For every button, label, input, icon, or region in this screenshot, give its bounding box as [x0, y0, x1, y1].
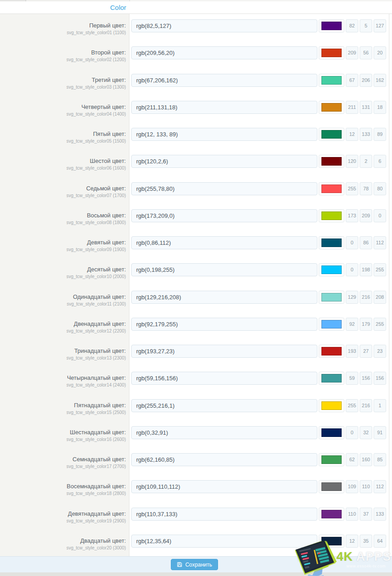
color-label-cell: Третий цвет: svg_tcw_style_color03 (1300…: [0, 68, 129, 95]
field-label: Восьмой цвет:: [0, 212, 126, 219]
red-value: 255: [346, 182, 358, 195]
field-code: svg_tcw_style_color04 (1400): [0, 111, 126, 117]
color-swatch-cell[interactable]: [319, 101, 344, 114]
green-value: 27: [360, 345, 372, 358]
field-code: svg_tcw_style_color01 (1100): [0, 30, 126, 36]
blue-value: 112: [374, 236, 386, 249]
blue-value: 91: [374, 426, 386, 439]
rgb-input[interactable]: [131, 155, 317, 168]
blue-value: 23: [374, 345, 386, 358]
color-label-cell: Четвертый цвет: svg_tcw_style_color04 (1…: [0, 95, 129, 122]
field-label: Четырналцатый цвет:: [0, 374, 126, 382]
rgb-input[interactable]: [131, 399, 317, 412]
color-swatch-cell[interactable]: [319, 345, 344, 358]
color-swatch-cell[interactable]: [319, 182, 344, 195]
blue-value: 64: [374, 535, 386, 548]
color-swatch-cell[interactable]: [319, 291, 344, 304]
color-swatch: [321, 76, 342, 85]
color-row: 92 179 255: [129, 312, 389, 339]
field-code: svg_tcw_style_color06 (1600): [0, 165, 126, 171]
color-row: 120 2 6: [129, 149, 389, 176]
red-value: 193: [346, 345, 358, 358]
save-button[interactable]: Сохранить: [171, 559, 218, 570]
field-code: svg_tcw_style_color12 (2200): [0, 328, 126, 334]
rgb-input[interactable]: [131, 101, 317, 114]
field-label: Первый цвет:: [0, 22, 126, 29]
color-swatch-cell[interactable]: [319, 155, 344, 168]
field-label: Двенадцатый цвет:: [0, 320, 126, 328]
red-value: 12: [346, 535, 358, 548]
rgb-input[interactable]: [131, 263, 317, 276]
form-footer: Сохранить: [0, 556, 392, 572]
color-row: 129 216 208: [129, 285, 389, 312]
color-swatch-cell[interactable]: [319, 372, 344, 385]
rgb-input[interactable]: [131, 46, 317, 59]
color-swatch: [321, 103, 342, 112]
color-swatch-cell[interactable]: [319, 46, 344, 59]
color-label-cell: Седьмой цвет: svg_tcw_style_color07 (170…: [0, 177, 129, 204]
rgb-input[interactable]: [131, 74, 317, 87]
color-swatch-cell[interactable]: [319, 318, 344, 331]
field-code: svg_tcw_style_color11 (2100): [0, 301, 126, 307]
tab-color[interactable]: Color: [110, 4, 126, 11]
color-row: 255 216 1: [129, 394, 389, 421]
rgb-input[interactable]: [131, 128, 317, 141]
rgb-input[interactable]: [131, 19, 317, 32]
rgb-input[interactable]: [131, 318, 317, 331]
field-label: Семнадцатый цвет:: [0, 456, 126, 463]
color-swatch-cell[interactable]: [319, 128, 344, 141]
color-swatch-cell[interactable]: [319, 399, 344, 412]
color-row: 0 86 112: [129, 231, 389, 258]
color-swatch: [321, 347, 342, 356]
color-label-cell: Девятнадцатый цвет: svg_tcw_style_color1…: [0, 502, 129, 529]
color-swatch-cell[interactable]: [319, 480, 344, 493]
field-code: svg_tcw_style_color03 (1300): [0, 84, 126, 90]
color-label-cell: Четырналцатый цвет: svg_tcw_style_color1…: [0, 366, 129, 393]
color-row: 82 5 127: [129, 14, 389, 41]
rgb-input[interactable]: [131, 508, 317, 521]
rgb-input[interactable]: [131, 345, 317, 358]
rgb-input[interactable]: [131, 426, 317, 439]
green-value: 35: [360, 535, 372, 548]
field-code: svg_tcw_style_color07 (1700): [0, 193, 126, 198]
rgb-input[interactable]: [131, 480, 317, 493]
color-swatch-cell[interactable]: [319, 508, 344, 521]
field-code: svg_tcw_style_color17 (2700): [0, 464, 126, 469]
rgb-input[interactable]: [131, 291, 317, 304]
red-value: 255: [346, 399, 358, 412]
color-label-cell: Шестнадцатый цвет: svg_tcw_style_color16…: [0, 421, 129, 448]
color-row: 0 32 91: [129, 421, 389, 448]
rgb-input[interactable]: [131, 209, 317, 222]
field-code: svg_tcw_style_color20 (3000): [0, 545, 126, 551]
field-label: Одинадцатый цвет:: [0, 293, 126, 301]
field-label: Девятнадцатый цвет:: [0, 510, 126, 518]
rgb-input[interactable]: [131, 372, 317, 385]
rgb-input[interactable]: [131, 236, 317, 249]
top-edge-segment: [130, 0, 392, 1]
color-swatch-cell[interactable]: [319, 426, 344, 439]
color-swatch-cell[interactable]: [319, 535, 344, 548]
color-label-cell: Пятый цвет: svg_tcw_style_color05 (1500): [0, 122, 129, 149]
color-swatch-cell[interactable]: [319, 19, 344, 32]
rgb-input[interactable]: [131, 182, 317, 195]
color-swatch-cell[interactable]: [319, 236, 344, 249]
save-icon: [177, 562, 183, 567]
color-swatch: [321, 293, 342, 302]
save-button-label: Сохранить: [185, 562, 212, 568]
rgb-input[interactable]: [131, 453, 317, 466]
color-swatch-cell[interactable]: [319, 453, 344, 466]
rgb-input[interactable]: [131, 535, 317, 548]
color-swatch-cell[interactable]: [319, 209, 344, 222]
color-swatch-cell[interactable]: [319, 74, 344, 87]
red-value: 173: [346, 209, 358, 222]
green-value: 160: [360, 453, 372, 466]
green-value: 216: [360, 399, 372, 412]
field-code: svg_tcw_style_color15 (2500): [0, 410, 126, 415]
color-swatch-cell[interactable]: [319, 263, 344, 276]
color-swatch: [321, 320, 342, 328]
field-label: Девятый цвет:: [0, 239, 126, 246]
color-row: 0 198 255: [129, 258, 389, 285]
field-code: svg_tcw_style_color19 (2900): [0, 518, 126, 524]
blue-value: 89: [374, 128, 386, 141]
color-swatch: [321, 130, 342, 139]
